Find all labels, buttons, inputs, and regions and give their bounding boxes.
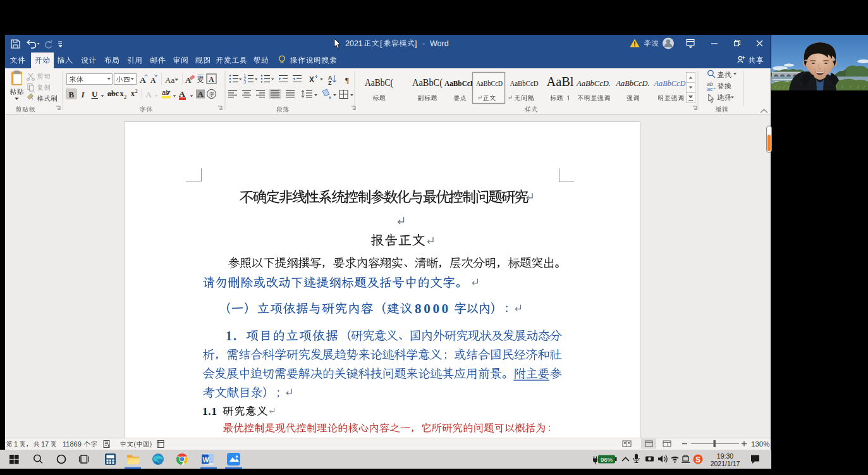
svg-text:A: A	[145, 90, 152, 99]
svg-text:8000: 8000	[415, 301, 451, 316]
svg-text:A: A	[198, 90, 204, 99]
svg-text:Word: Word	[430, 39, 449, 48]
svg-text:U: U	[92, 89, 98, 99]
svg-text:1.1: 1.1	[202, 405, 217, 417]
svg-text:3: 3	[244, 80, 247, 84]
svg-text:2021/1/17: 2021/1/17	[711, 460, 740, 467]
svg-text:Aa: Aa	[165, 75, 174, 85]
svg-text:AaBbCcD: AaBbCcD	[444, 78, 475, 88]
svg-text:A: A	[179, 89, 185, 99]
svg-text:AaBbCcD.: AaBbCcD.	[576, 79, 611, 88]
svg-text:S: S	[695, 455, 700, 464]
svg-text:W: W	[203, 456, 209, 464]
svg-text:17: 17	[41, 440, 49, 448]
svg-text:AaBbCcD: AaBbCcD	[476, 78, 503, 88]
svg-text:AaBbC(: AaBbC(	[365, 76, 393, 89]
svg-text:AaBbCcD.: AaBbCcD.	[654, 79, 688, 88]
svg-text:11869: 11869	[63, 440, 82, 448]
svg-text:2: 2	[124, 94, 126, 100]
svg-text:x: x	[120, 89, 124, 98]
svg-text:Z: Z	[328, 80, 332, 86]
svg-text:96%: 96%	[601, 456, 613, 463]
svg-text:ac: ac	[707, 86, 713, 92]
svg-text:]: ]	[415, 39, 417, 48]
svg-text:ab: ab	[162, 89, 169, 96]
svg-text:2: 2	[135, 88, 138, 94]
svg-text:19:30: 19:30	[717, 452, 733, 460]
svg-text:x: x	[131, 89, 135, 98]
svg-text:AaBbCcD: AaBbCcD	[510, 78, 539, 88]
svg-text:AaBbC(: AaBbC(	[412, 76, 443, 89]
svg-text:[: [	[380, 39, 382, 48]
svg-text:I: I	[81, 90, 85, 99]
svg-text:B: B	[69, 90, 75, 99]
svg-text:A: A	[150, 77, 156, 84]
svg-text:X: X	[309, 75, 314, 84]
svg-text:-: -	[422, 39, 425, 48]
svg-text:¶: ¶	[345, 75, 349, 85]
svg-text:2021: 2021	[345, 39, 363, 48]
svg-text:130%: 130%	[751, 440, 769, 448]
svg-text:AaBbCcD.: AaBbCcD.	[616, 79, 650, 88]
svg-text:A: A	[140, 75, 146, 85]
svg-text:1.: 1.	[226, 329, 238, 343]
svg-text:A: A	[209, 75, 214, 84]
svg-text:AaBl: AaBl	[547, 74, 574, 89]
svg-text:1: 1	[14, 440, 18, 448]
